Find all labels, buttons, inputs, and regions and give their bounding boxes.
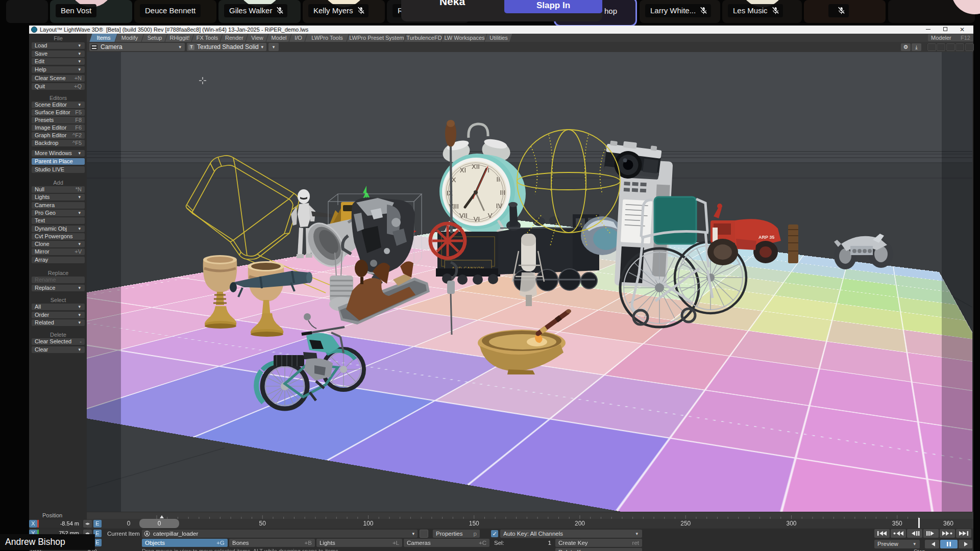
svg-text:III: III <box>500 189 506 196</box>
svg-text:X: X <box>452 176 456 184</box>
svg-text:IV: IV <box>496 202 503 210</box>
svg-text:XI: XI <box>460 166 466 174</box>
svg-text:ARP 35: ARP 35 <box>758 235 774 240</box>
svg-text:XII: XII <box>472 163 480 170</box>
